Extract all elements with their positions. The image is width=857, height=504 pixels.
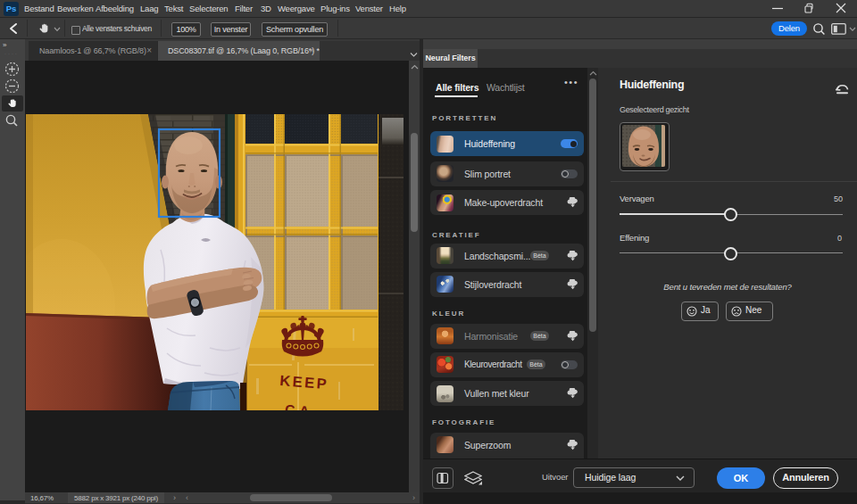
svg-text:CA: CA — [284, 401, 314, 410]
